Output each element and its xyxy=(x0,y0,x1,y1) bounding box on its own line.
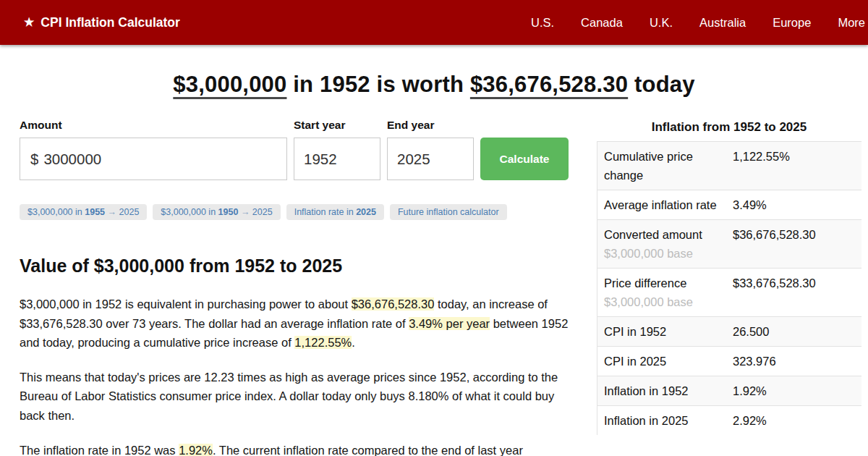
nav-item-us[interactable]: U.S. xyxy=(531,16,554,30)
summary-panel: Inflation from 1952 to 2025 Cumulative p… xyxy=(597,119,861,435)
arrow-icon: → xyxy=(241,207,250,217)
title-worth-amount-link[interactable]: $36,676,528.30 xyxy=(470,72,628,97)
table-row-inflation-start: Inflation in 1952 1.92% xyxy=(597,376,861,405)
quick-link-future-calculator[interactable]: Future inflation calculator xyxy=(390,204,507,220)
row-sublabel: $3,000,000 base xyxy=(604,292,726,311)
row-label: Inflation in 1952 xyxy=(604,381,726,400)
brand-title: CPI Inflation Calculator xyxy=(41,15,180,30)
row-value: 3.49% xyxy=(733,195,767,214)
inflation-form: Amount $ Start year End year Calculate xyxy=(20,119,571,180)
paragraph-prices-multiple: This means that today's prices are 12.23… xyxy=(20,368,571,426)
amount-input[interactable] xyxy=(38,138,286,180)
title-suffix-text: today xyxy=(628,72,695,97)
highlight: 3.49% per year xyxy=(409,317,490,330)
amount-label: Amount xyxy=(20,119,287,132)
end-year-field: End year xyxy=(387,119,474,180)
table-row-price-difference: Price difference $3,000,000 base $33,676… xyxy=(597,268,861,316)
title-start-amount-link[interactable]: $3,000,000 xyxy=(173,72,286,97)
article-heading: Value of $3,000,000 from 1952 to 2025 xyxy=(20,256,571,276)
quick-link-inflation-rate[interactable]: Inflation rate in 2025 xyxy=(286,204,384,220)
nav-item-europe[interactable]: Europe xyxy=(773,16,811,30)
quick-link-1950[interactable]: $3,000,000 in 1950 → 2025 xyxy=(153,204,280,220)
highlight: $36,676,528.30 xyxy=(352,297,435,311)
amount-field: Amount $ xyxy=(20,119,287,180)
highlight: 1.92% xyxy=(179,444,213,456)
start-year-field: Start year xyxy=(294,119,380,180)
row-value: 2.92% xyxy=(733,411,767,430)
end-year-label: End year xyxy=(387,119,474,132)
table-row-cpi-start: CPI in 1952 26.500 xyxy=(597,316,861,346)
main-nav: U.S. Canada U.K. Australia Europe More xyxy=(531,16,868,30)
row-value: 26.500 xyxy=(733,322,769,341)
row-sublabel: $3,000,000 base xyxy=(604,244,726,263)
row-value: 1.92% xyxy=(733,381,767,400)
quick-link-1955[interactable]: $3,000,000 in 1955 → 2025 xyxy=(20,204,147,220)
paragraph-inflation-rate: The inflation rate in 1952 was 1.92%. Th… xyxy=(20,441,571,456)
amount-input-box[interactable]: $ xyxy=(20,138,287,180)
nav-item-australia[interactable]: Australia xyxy=(699,16,746,30)
row-label: CPI in 2025 xyxy=(604,352,726,371)
paragraph-equivalence: $3,000,000 in 1952 is equivalent in purc… xyxy=(20,295,571,352)
row-value: 1,122.55% xyxy=(733,147,790,185)
star-icon: ★ xyxy=(24,17,34,28)
row-label: CPI in 1952 xyxy=(604,322,726,341)
start-year-input[interactable] xyxy=(294,138,380,180)
row-value: $36,676,528.30 xyxy=(733,225,816,263)
table-row-converted-amount: Converted amount $3,000,000 base $36,676… xyxy=(597,219,861,268)
header: ★ CPI Inflation Calculator U.S. Canada U… xyxy=(0,0,868,45)
quick-links: $3,000,000 in 1955 → 2025 $3,000,000 in … xyxy=(20,204,571,220)
row-label: Cumulative price change xyxy=(604,147,726,185)
nav-item-uk[interactable]: U.K. xyxy=(650,16,673,30)
table-row-cpi-end: CPI in 2025 323.976 xyxy=(597,346,861,376)
brand-link[interactable]: ★ CPI Inflation Calculator xyxy=(24,15,180,30)
start-year-label: Start year xyxy=(294,119,380,132)
main-layout: Amount $ Start year End year Calculate $… xyxy=(0,119,868,456)
row-label: Average inflation rate xyxy=(604,195,726,214)
summary-table: Cumulative price change 1,122.55% Averag… xyxy=(597,141,861,435)
title-middle-text: in 1952 is worth xyxy=(286,72,469,97)
row-label: Inflation in 2025 xyxy=(604,411,726,430)
table-row-average-rate: Average inflation rate 3.49% xyxy=(597,190,861,219)
currency-prefix: $ xyxy=(30,151,38,168)
arrow-icon: → xyxy=(108,207,117,217)
row-label: Price difference xyxy=(604,274,726,292)
end-year-input[interactable] xyxy=(387,138,474,180)
row-label: Converted amount xyxy=(604,225,726,244)
nav-item-more[interactable]: More xyxy=(838,16,865,30)
page-title: $3,000,000 in 1952 is worth $36,676,528.… xyxy=(0,72,868,98)
table-row-inflation-end: Inflation in 2025 2.92% xyxy=(597,405,861,435)
calculate-button[interactable]: Calculate xyxy=(480,138,569,180)
table-title: Inflation from 1952 to 2025 xyxy=(597,120,861,135)
left-column: Amount $ Start year End year Calculate $… xyxy=(20,119,571,456)
row-value: 323.976 xyxy=(733,352,776,371)
highlight: 1,122.55% xyxy=(294,336,352,349)
row-value: $33,676,528.30 xyxy=(733,274,816,311)
nav-item-canada[interactable]: Canada xyxy=(581,16,623,30)
table-row-cumulative-change: Cumulative price change 1,122.55% xyxy=(597,141,861,190)
